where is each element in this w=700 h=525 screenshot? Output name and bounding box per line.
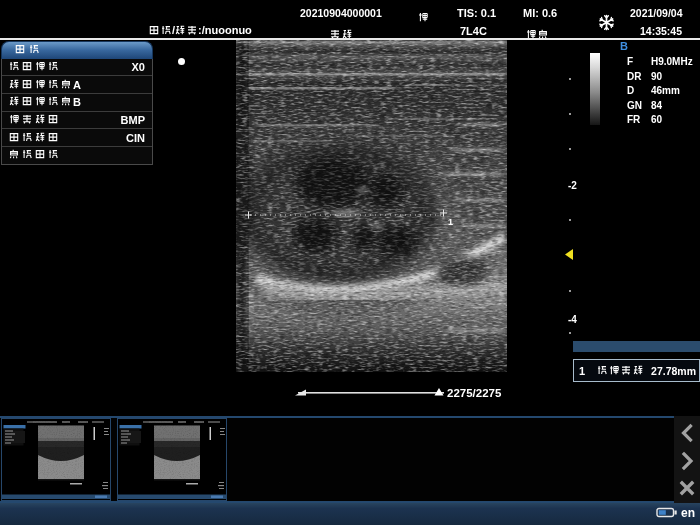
svg-text:1: 1 <box>448 217 453 227</box>
